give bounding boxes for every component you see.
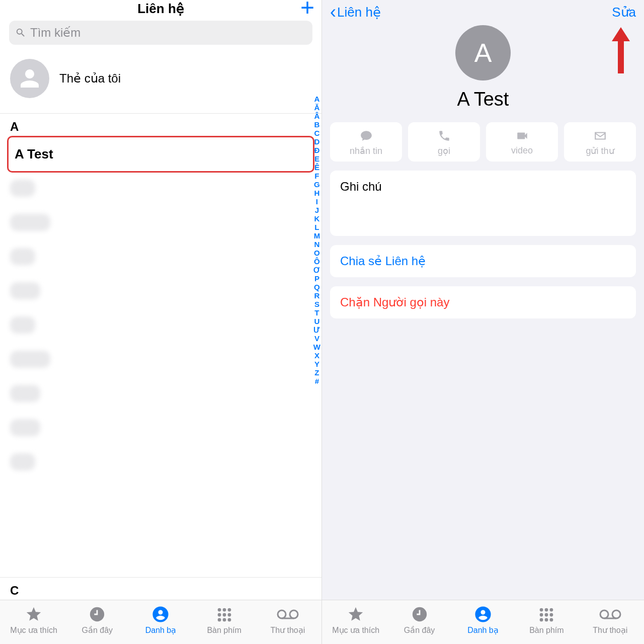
svg-point-17	[540, 613, 543, 617]
svg-point-10	[278, 610, 286, 618]
avatar: A	[455, 25, 511, 80]
keypad-icon	[538, 606, 555, 624]
svg-point-14	[540, 608, 543, 612]
contact-name: A Test	[457, 89, 509, 110]
my-card-label: Thẻ của tôi	[59, 71, 121, 86]
svg-point-15	[545, 608, 548, 612]
message-icon	[359, 129, 374, 142]
tab-recents[interactable]: Gần đây	[65, 605, 129, 635]
svg-point-24	[612, 610, 620, 618]
svg-point-16	[550, 608, 553, 612]
call-button[interactable]: gọi	[408, 122, 480, 162]
video-button[interactable]: video	[486, 122, 558, 162]
clock-icon	[89, 605, 106, 623]
share-contact-button[interactable]: Chia sẻ Liên hệ	[330, 245, 636, 277]
svg-point-4	[217, 613, 221, 617]
phone-icon	[437, 129, 452, 142]
svg-point-11	[290, 610, 298, 618]
person-icon	[474, 605, 492, 623]
tab-keypad[interactable]: Bàn phím	[515, 606, 578, 635]
annotation-arrow-icon	[611, 27, 631, 79]
svg-point-8	[222, 618, 226, 622]
tab-recents[interactable]: Gần đây	[387, 605, 451, 635]
star-icon	[25, 605, 43, 623]
clock-icon	[411, 605, 428, 623]
svg-point-21	[545, 618, 548, 622]
svg-point-5	[222, 613, 226, 617]
nav-bar-right: ‹ Liên hệ Sửa	[322, 0, 644, 23]
back-button[interactable]: ‹ Liên hệ	[330, 3, 381, 21]
video-icon	[515, 129, 530, 142]
action-buttons-row: nhắn tin gọi video gửi thư	[322, 122, 644, 171]
message-button[interactable]: nhắn tin	[330, 122, 402, 162]
section-header-a: A	[0, 114, 321, 136]
nav-bar-left: Liên hệ +	[0, 0, 321, 21]
tab-voicemail[interactable]: Thư thoại	[256, 605, 319, 635]
svg-point-20	[540, 618, 543, 622]
svg-point-2	[222, 608, 226, 612]
add-contact-button[interactable]: +	[300, 0, 314, 15]
my-card-row[interactable]: Thẻ của tôi	[0, 50, 321, 114]
notes-card[interactable]: Ghi chú	[330, 171, 636, 236]
contact-row-a-test[interactable]: A Test	[7, 136, 314, 173]
svg-point-3	[227, 608, 231, 612]
svg-point-7	[217, 618, 221, 622]
blurred-contacts	[0, 173, 321, 577]
edit-button[interactable]: Sửa	[612, 5, 636, 20]
alpha-index[interactable]: AĂÂBCDĐEÊFGHIJKLMNOÔƠPQRSTUƯVWXYZ#	[313, 95, 320, 385]
svg-point-23	[600, 610, 608, 618]
chevron-left-icon: ‹	[330, 3, 336, 21]
svg-point-1	[217, 608, 221, 612]
svg-point-6	[227, 613, 231, 617]
search-input[interactable]: Tìm kiếm	[9, 21, 312, 45]
avatar-icon	[10, 59, 49, 98]
block-caller-button[interactable]: Chặn Người gọi này	[330, 286, 636, 318]
star-icon	[347, 605, 365, 623]
voicemail-icon	[277, 605, 299, 623]
tab-voicemail[interactable]: Thư thoại	[579, 605, 642, 635]
mail-button[interactable]: gửi thư	[564, 122, 636, 162]
tab-favorites[interactable]: Mục ưa thích	[324, 605, 387, 635]
person-icon	[152, 605, 169, 623]
voicemail-icon	[599, 605, 621, 623]
page-title: Liên hệ	[137, 1, 184, 16]
search-icon	[15, 27, 26, 38]
contacts-list-screen: Liên hệ + Tìm kiếm Thẻ của tôi A A Test …	[0, 0, 322, 644]
tab-contacts[interactable]: Danh bạ	[129, 605, 192, 635]
tab-bar: Mục ưa thích Gần đây Danh bạ Bàn phím Th…	[322, 600, 644, 644]
svg-point-9	[227, 618, 231, 622]
keypad-icon	[216, 606, 233, 624]
section-header-c: C	[0, 577, 321, 600]
tab-favorites[interactable]: Mục ưa thích	[2, 605, 65, 635]
svg-point-18	[545, 613, 548, 617]
mail-icon	[593, 129, 608, 142]
search-placeholder: Tìm kiếm	[30, 26, 80, 40]
svg-point-19	[550, 613, 553, 617]
svg-point-22	[550, 618, 553, 622]
contact-detail-screen: ‹ Liên hệ Sửa A A Test nhắn tin gọi vide…	[322, 0, 644, 644]
profile-header: A A Test	[322, 23, 644, 122]
tab-contacts[interactable]: Danh bạ	[451, 605, 515, 635]
tab-keypad[interactable]: Bàn phím	[193, 606, 256, 635]
tab-bar: Mục ưa thích Gần đây Danh bạ Bàn phím Th…	[0, 600, 321, 644]
